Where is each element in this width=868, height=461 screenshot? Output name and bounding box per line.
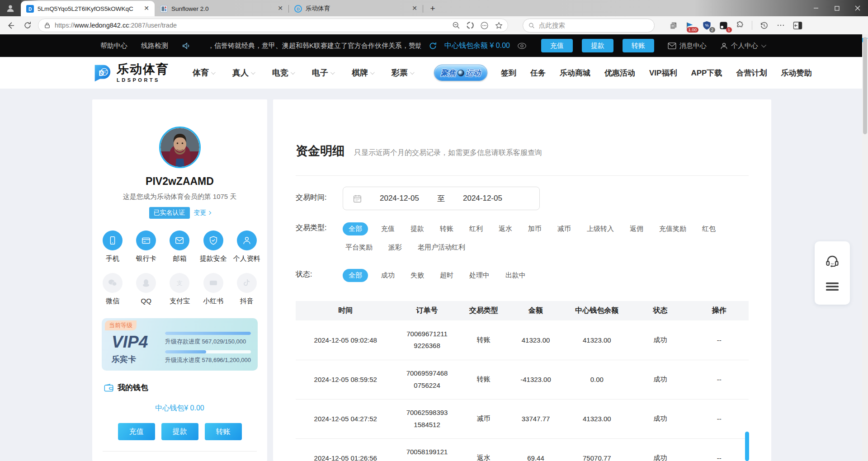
date-to-value[interactable]: 2024-12-05 bbox=[463, 194, 502, 203]
type-filter-pill[interactable]: 返水 bbox=[496, 222, 515, 235]
nav-dropdown-item[interactable]: 真人 bbox=[232, 67, 254, 78]
type-filter-pill[interactable]: 上级转入 bbox=[584, 222, 617, 235]
change-link[interactable]: 变更 bbox=[194, 209, 211, 217]
binding-alipay[interactable]: 支 支付宝 bbox=[163, 273, 196, 306]
focus-sports-button[interactable]: 聚焦 运动 bbox=[434, 65, 487, 81]
nav-dropdown-item[interactable]: 体育 bbox=[193, 67, 214, 78]
nav-link-item[interactable]: 任务 bbox=[530, 68, 546, 78]
back-button[interactable] bbox=[4, 19, 17, 32]
type-filter-pill[interactable]: 加币 bbox=[525, 222, 544, 235]
chevron-down-icon bbox=[330, 70, 335, 75]
type-filter-pill[interactable]: 派彩 bbox=[386, 241, 405, 254]
nav-link-item[interactable]: 优惠活动 bbox=[604, 68, 635, 78]
type-filter-pill[interactable]: 提款 bbox=[408, 222, 427, 235]
binding-xiaohongshu[interactable]: 小红书 bbox=[197, 273, 230, 306]
window-close-button[interactable] bbox=[847, 0, 868, 16]
flag-extension-icon[interactable]: 1.00 bbox=[685, 20, 695, 30]
tab-close-icon[interactable]: ✕ bbox=[142, 5, 151, 13]
type-filter-pill[interactable]: 全部 bbox=[343, 222, 368, 235]
refresh-button[interactable] bbox=[21, 19, 34, 32]
window-minimize-button[interactable] bbox=[806, 0, 826, 16]
topbar-wallet-button[interactable]: 转账 bbox=[623, 39, 654, 52]
wallet-action-button[interactable]: 转账 bbox=[205, 423, 242, 440]
nav-link-item[interactable]: APP下载 bbox=[691, 68, 722, 78]
user-avatar[interactable] bbox=[159, 127, 201, 168]
site-permissions-icon[interactable] bbox=[44, 22, 51, 29]
table-scrollbar-thumb[interactable] bbox=[745, 432, 749, 461]
date-range-picker[interactable]: 2024-12-05 至 2024-12-05 bbox=[343, 187, 540, 210]
history-icon[interactable] bbox=[759, 20, 769, 30]
extensions-puzzle-icon[interactable] bbox=[735, 20, 745, 30]
address-bar[interactable]: https://www.ledong842.cc:2087/user/trade bbox=[38, 19, 508, 32]
site-logo[interactable]: D 乐动体育 LDSPORTS bbox=[91, 62, 169, 83]
nav-link-item[interactable]: 合营计划 bbox=[736, 68, 767, 78]
type-filter-pill[interactable]: 充值 bbox=[378, 222, 397, 235]
type-filter-pill[interactable]: 平台奖励 bbox=[343, 241, 375, 254]
type-filter-pill[interactable]: 转账 bbox=[437, 222, 456, 235]
message-center-link[interactable]: 消息中心 bbox=[668, 42, 707, 50]
tab-close-icon[interactable]: ✕ bbox=[410, 5, 419, 13]
search-box[interactable] bbox=[523, 19, 655, 33]
collections-icon[interactable] bbox=[668, 20, 678, 30]
split-screen-icon[interactable] bbox=[793, 20, 802, 30]
status-filter-pill[interactable]: 超时 bbox=[437, 269, 456, 282]
search-input[interactable] bbox=[539, 22, 649, 29]
type-filter-pill[interactable]: 老用户活动红利 bbox=[415, 241, 468, 254]
nav-dropdown-item[interactable]: 彩票 bbox=[392, 67, 413, 78]
nav-link-item[interactable]: 签到 bbox=[501, 68, 516, 78]
status-filter-pill[interactable]: 全部 bbox=[343, 269, 368, 282]
nav-dropdown-item[interactable]: 电竞 bbox=[272, 67, 294, 78]
nav-dropdown-item[interactable]: 棋牌 bbox=[352, 67, 373, 78]
window-maximize-button[interactable] bbox=[826, 0, 847, 16]
browser-profile-button[interactable] bbox=[0, 0, 21, 16]
settings-more-icon[interactable] bbox=[776, 20, 786, 30]
binding-email[interactable]: 邮箱 bbox=[163, 230, 196, 263]
page-scrollbar-thumb[interactable] bbox=[863, 37, 867, 134]
customer-service-headset-icon[interactable] bbox=[825, 255, 840, 268]
topbar-wallet-button[interactable]: 充值 bbox=[541, 39, 573, 52]
topbar-wallet-button[interactable]: 提款 bbox=[582, 39, 613, 52]
favorites-star-icon[interactable] bbox=[495, 21, 503, 30]
status-filter-pill[interactable]: 成功 bbox=[378, 269, 397, 282]
shield-extension-icon[interactable]: % 2 bbox=[702, 20, 712, 30]
type-filter-pill[interactable]: 红包 bbox=[699, 222, 718, 235]
personal-center-menu[interactable]: 个人中心 bbox=[720, 42, 765, 50]
tab-1-active[interactable]: D 5LmQ5Yqo5L2T6IKyfOS5kOWKqC ✕ bbox=[21, 1, 155, 16]
nav-link-item[interactable]: VIP福利 bbox=[649, 68, 677, 78]
nav-link-item[interactable]: 乐动赞助 bbox=[781, 68, 811, 78]
square-extension-icon[interactable]: 1 bbox=[718, 20, 728, 30]
help-center-link[interactable]: 帮助中心 bbox=[100, 42, 127, 50]
date-from-value[interactable]: 2024-12-05 bbox=[380, 194, 419, 203]
tab-2[interactable]: Sunflower 2.0 ✕ bbox=[155, 1, 288, 16]
type-filter-pill[interactable]: 返佣 bbox=[627, 222, 646, 235]
nav-link-item[interactable]: 乐动商城 bbox=[560, 68, 590, 78]
nav-dropdown-item[interactable]: 电子 bbox=[312, 67, 334, 78]
wallet-refresh-icon[interactable] bbox=[429, 42, 437, 50]
tab-close-icon[interactable]: ✕ bbox=[276, 5, 284, 13]
binding-bankcard[interactable]: 银行卡 bbox=[129, 230, 163, 263]
tab-3[interactable]: D 乐动体育 ✕ bbox=[289, 1, 423, 16]
status-filter-pill[interactable]: 失败 bbox=[408, 269, 427, 282]
zoom-out-icon[interactable] bbox=[452, 21, 460, 29]
balance-visibility-eye-icon[interactable] bbox=[517, 42, 527, 49]
more-url-actions-icon[interactable] bbox=[480, 21, 489, 30]
type-filter-pill[interactable]: 充值奖励 bbox=[656, 222, 689, 235]
page-scrollbar[interactable] bbox=[862, 34, 868, 461]
type-filter-pill[interactable]: 减币 bbox=[555, 222, 574, 235]
binding-withdraw-security[interactable]: 提款安全 bbox=[197, 230, 230, 263]
status-filter-pill[interactable]: 出款中 bbox=[503, 269, 528, 282]
wallet-action-button[interactable]: 充值 bbox=[118, 423, 155, 440]
menu-hamburger-icon[interactable] bbox=[825, 282, 840, 291]
rewards-icon[interactable] bbox=[466, 21, 474, 29]
binding-qq[interactable]: QQ bbox=[129, 273, 163, 306]
line-check-link[interactable]: 线路检测 bbox=[141, 42, 168, 50]
new-tab-button[interactable]: + bbox=[426, 2, 439, 15]
url-text[interactable]: https://www.ledong842.cc:2087/user/trade bbox=[55, 22, 448, 29]
wallet-action-button[interactable]: 提款 bbox=[161, 423, 198, 440]
binding-wechat[interactable]: 微信 bbox=[96, 273, 129, 306]
binding-douyin[interactable]: 抖音 bbox=[230, 273, 264, 306]
binding-personal-info[interactable]: 个人资料 bbox=[230, 230, 264, 263]
status-filter-pill[interactable]: 处理中 bbox=[467, 269, 492, 282]
type-filter-pill[interactable]: 红利 bbox=[467, 222, 486, 235]
binding-phone[interactable]: 手机 bbox=[96, 230, 129, 263]
